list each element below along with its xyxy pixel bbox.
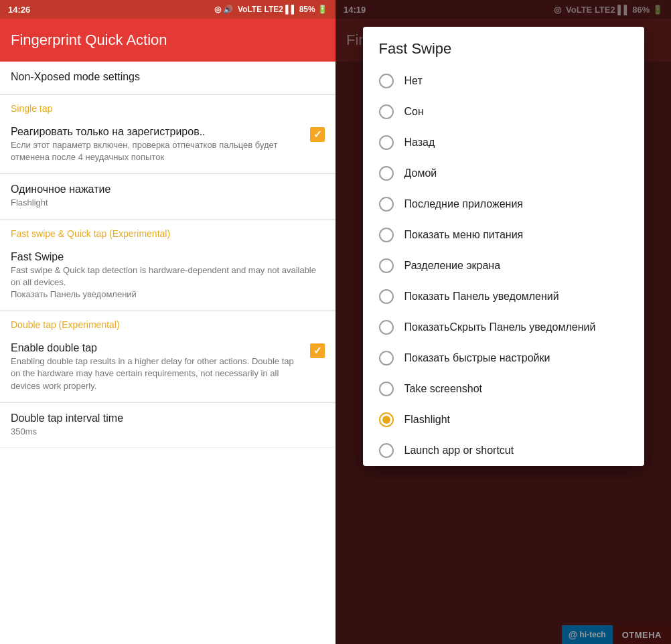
enable-double-tap-subtitle: Enabling double tap results in a higher … bbox=[11, 355, 302, 392]
dialog-option-show-notifications[interactable]: Показать Панель уведомлений bbox=[363, 281, 644, 312]
settings-item-non-xposed[interactable]: Non-Xposed mode settings bbox=[0, 62, 336, 94]
react-registered-title: Реагировать только на зарегистриров.. bbox=[11, 126, 302, 138]
section-fast-swipe: Fast swipe & Quick tap (Experimental) bbox=[0, 220, 336, 242]
radio-home bbox=[379, 166, 394, 181]
dialog-overlay: Fast Swipe Нет Сон Назад Домой bbox=[336, 0, 671, 644]
dialog-option-quick-settings[interactable]: Показать быстрые настройки bbox=[363, 343, 644, 374]
fast-swipe-title: Fast Swipe bbox=[11, 251, 325, 263]
enable-double-tap-title: Enable double tap bbox=[11, 342, 302, 354]
dialog-option-toggle-notifications[interactable]: ПоказатьСкрыть Панель уведомлений bbox=[363, 312, 644, 343]
option-label-recent: Последние приложения bbox=[404, 197, 524, 212]
dialog-option-power-menu[interactable]: Показать меню питания bbox=[363, 220, 644, 250]
dialog-option-launch-app[interactable]: Launch app or shortcut bbox=[363, 435, 644, 466]
double-tap-interval-title: Double tap interval time bbox=[11, 412, 325, 424]
option-label-launch-app: Launch app or shortcut bbox=[404, 444, 514, 458]
option-label-flashlight: Flashlight bbox=[404, 413, 450, 427]
radio-back bbox=[379, 135, 394, 150]
dialog-option-home[interactable]: Домой bbox=[363, 158, 644, 189]
status-bar-left: 14:26 ◎ 🔊 VoLTE LTE2 ▌▌ 85% 🔋 bbox=[0, 0, 336, 19]
option-label-quick-settings: Показать быстрые настройки bbox=[404, 351, 550, 366]
radio-son bbox=[379, 104, 394, 119]
dialog-title: Fast Swipe bbox=[363, 27, 644, 66]
dialog-option-son[interactable]: Сон bbox=[363, 96, 644, 127]
settings-list: Non-Xposed mode settings Single tap Реаг… bbox=[0, 62, 336, 644]
option-label-home: Домой bbox=[404, 167, 437, 181]
dialog-option-recent[interactable]: Последние приложения bbox=[363, 189, 644, 220]
radio-flashlight bbox=[379, 412, 394, 427]
fast-swipe-subtitle: Fast swipe & Quick tap detection is hard… bbox=[11, 264, 325, 301]
settings-item-fast-swipe[interactable]: Fast Swipe Fast swipe & Quick tap detect… bbox=[0, 242, 336, 311]
enable-double-tap-checkbox[interactable] bbox=[310, 343, 325, 358]
radio-flashlight-inner bbox=[382, 416, 390, 424]
dialog-option-flashlight[interactable]: Flashlight bbox=[363, 404, 644, 435]
dialog-option-split-screen[interactable]: Разделение экрана bbox=[363, 250, 644, 281]
settings-item-double-tap-interval[interactable]: Double tap interval time 350ms bbox=[0, 403, 336, 448]
section-single-tap: Single tap bbox=[0, 95, 336, 116]
radio-power-menu bbox=[379, 228, 394, 242]
radio-recent bbox=[379, 197, 394, 212]
radio-net bbox=[379, 74, 394, 88]
app-title-left: Fingerprint Quick Action bbox=[11, 31, 167, 49]
left-panel: 14:26 ◎ 🔊 VoLTE LTE2 ▌▌ 85% 🔋 Fingerprin… bbox=[0, 0, 336, 644]
option-label-toggle-notifications: ПоказатьСкрыть Панель уведомлений bbox=[404, 321, 596, 335]
right-panel: 14:19 ◎ VoLTE LTE2 ▌▌ 86% 🔋 Fingerprint … bbox=[336, 0, 671, 644]
single-tap-title: Одиночное нажатие bbox=[11, 183, 325, 195]
radio-launch-app bbox=[379, 443, 394, 458]
settings-item-enable-double-tap[interactable]: Enable double tap Enabling double tap re… bbox=[0, 333, 336, 402]
non-xposed-title: Non-Xposed mode settings bbox=[11, 71, 325, 83]
dialog-option-net[interactable]: Нет bbox=[363, 66, 644, 96]
option-label-back: Назад bbox=[404, 136, 435, 150]
option-label-show-notifications: Показать Панель уведомлений bbox=[404, 290, 559, 304]
settings-item-react-registered[interactable]: Реагировать только на зарегистриров.. Ес… bbox=[0, 116, 336, 173]
option-label-son: Сон bbox=[404, 105, 424, 119]
option-label-net: Нет bbox=[404, 74, 423, 88]
option-label-screenshot: Take screenshot bbox=[404, 382, 483, 396]
option-label-power-menu: Показать меню питания bbox=[404, 228, 524, 242]
radio-toggle-notifications bbox=[379, 320, 394, 335]
status-icons-left: ◎ 🔊 VoLTE LTE2 ▌▌ 85% 🔋 bbox=[214, 5, 327, 14]
time-left: 14:26 bbox=[8, 5, 30, 15]
dialog-option-back[interactable]: Назад bbox=[363, 127, 644, 158]
radio-quick-settings bbox=[379, 351, 394, 366]
double-tap-interval-value: 350ms bbox=[11, 426, 325, 438]
radio-split-screen bbox=[379, 258, 394, 273]
app-bar-left: Fingerprint Quick Action bbox=[0, 19, 336, 62]
react-registered-checkbox[interactable] bbox=[310, 127, 325, 142]
section-double-tap: Double tap (Experimental) bbox=[0, 311, 336, 333]
dialog-option-screenshot[interactable]: Take screenshot bbox=[363, 374, 644, 404]
radio-show-notifications bbox=[379, 289, 394, 304]
radio-screenshot bbox=[379, 382, 394, 396]
option-label-split-screen: Разделение экрана bbox=[404, 259, 501, 273]
settings-item-single-tap-action[interactable]: Одиночное нажатие Flashlight bbox=[0, 174, 336, 219]
react-registered-subtitle: Если этот параметр включен, проверка отп… bbox=[11, 139, 302, 163]
fast-swipe-dialog: Fast Swipe Нет Сон Назад Домой bbox=[363, 27, 644, 466]
single-tap-subtitle: Flashlight bbox=[11, 197, 325, 209]
